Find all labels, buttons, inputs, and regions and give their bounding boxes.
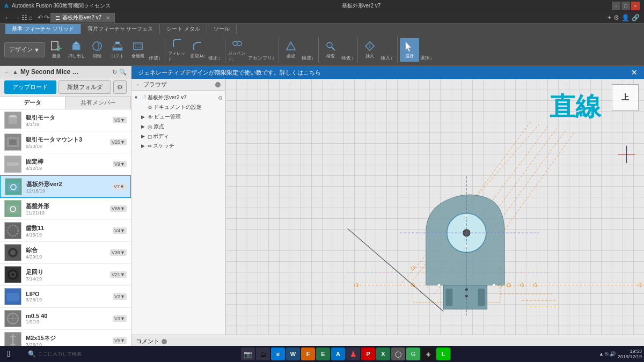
tree-settings-icon[interactable]: ⚙ xyxy=(218,95,223,101)
file-item[interactable]: 固定棒 4/12/19 V9▼ xyxy=(0,153,131,175)
toolbar-tab-surface[interactable]: 薄片フィーチャ サーフェス xyxy=(81,24,160,34)
taskbar-app-line[interactable]: L xyxy=(436,348,450,360)
taskbar-app-2[interactable]: e xyxy=(271,348,285,360)
design-dropdown[interactable]: デザイン ▼ xyxy=(4,42,45,57)
file-version[interactable]: V21▼ xyxy=(110,271,127,278)
taskbar-app-7[interactable]: ♟ xyxy=(346,348,360,360)
toolbar-btn-construct[interactable]: 桌成 xyxy=(281,38,301,62)
file-item[interactable]: LIPO 3/26/19 V2▼ xyxy=(0,286,131,308)
toolbar-btn-fillet[interactable]: フィレット xyxy=(167,38,187,62)
browser-tree: ▼ 📄 基板外形ver2 v7 ⚙ ▶ ⚙ ドキュメントの設定 xyxy=(131,91,225,335)
taskbar-app-0[interactable]: 📷 xyxy=(241,348,255,360)
file-item[interactable]: 歯数11 4/15/19 V4▼ xyxy=(0,220,131,242)
toolbar-tab-solid[interactable]: 基準 フィーチャ ソリッド xyxy=(5,24,81,34)
sidebar-search-icon[interactable]: 🔍 xyxy=(119,69,127,76)
taskbar-app-10[interactable]: ◯ xyxy=(391,348,405,360)
file-version[interactable]: V9▼ xyxy=(113,161,127,167)
taskbar-app-6[interactable]: A xyxy=(331,348,345,360)
taskbar-app-12[interactable]: ◈ xyxy=(421,348,435,360)
toolbar-btn-revolve[interactable]: 回転 xyxy=(87,38,107,62)
browser-toggle[interactable] xyxy=(215,82,221,87)
taskbar-app-4[interactable]: F xyxy=(301,348,315,360)
file-version[interactable]: V25▼ xyxy=(110,139,127,145)
search-button[interactable]: 🔍 ここに入力して検索 xyxy=(17,348,92,360)
tree-item-origin[interactable]: ▶ ◎ 原点 xyxy=(131,122,225,131)
file-version[interactable]: V3▼ xyxy=(113,315,127,322)
file-version[interactable]: V7▼ xyxy=(112,183,126,190)
maximize-button[interactable]: □ xyxy=(621,2,630,10)
doc-tab-close[interactable]: ✕ xyxy=(106,15,110,21)
toolbar-btn-new[interactable]: 新規 xyxy=(47,38,66,62)
tree-toggle[interactable]: ▶ xyxy=(141,124,147,129)
file-item[interactable]: m0.5 40 1/9/19 V3▼ xyxy=(0,308,131,330)
tree-item-root[interactable]: ▼ 📄 基板外形ver2 v7 ⚙ xyxy=(131,93,225,102)
settings-button[interactable]: ⚙ xyxy=(113,80,127,94)
file-version[interactable]: V5▼ xyxy=(113,117,127,123)
canvas-viewport[interactable]: 直線 上 xyxy=(225,79,644,335)
tree-item-doc-settings[interactable]: ▶ ⚙ ドキュメントの設定 xyxy=(131,102,225,112)
toolbar-btn-insert[interactable]: 挂入 xyxy=(360,38,379,62)
browser-panel: ← ブラウザ ▼ 📄 基板外形ver2 v7 ⚙ xyxy=(131,79,225,335)
taskbar-app-11[interactable]: G xyxy=(406,348,420,360)
toolbar-tab-tools[interactable]: ツール xyxy=(207,24,237,34)
file-item-active[interactable]: 基板外形ver2 12/18/19 V7▼ xyxy=(0,175,131,198)
minimize-button[interactable]: − xyxy=(612,2,620,10)
tab-settings-icon[interactable]: ⚙ xyxy=(613,14,619,21)
upload-button[interactable]: アップロード xyxy=(4,80,56,94)
taskbar-app-5[interactable]: E xyxy=(316,348,330,360)
orientation-cube[interactable]: 上 xyxy=(612,84,639,111)
file-version[interactable]: V4▼ xyxy=(113,227,127,234)
file-item[interactable]: 綜合 4/29/19 V39▼ xyxy=(0,242,131,264)
toolbar-btn-extrude[interactable]: 押し出し xyxy=(67,38,86,62)
toolbar-btn-chamfer[interactable]: 面取ĴA; xyxy=(188,38,207,62)
start-button[interactable]: 𷻞 xyxy=(2,348,15,360)
tab-data[interactable]: データ xyxy=(0,97,65,109)
view-grid-icon[interactable]: ☷ xyxy=(21,14,27,21)
tab-user-icon[interactable]: 👤 xyxy=(621,14,630,21)
close-button[interactable]: × xyxy=(631,2,640,10)
taskbar-app-8[interactable]: P xyxy=(361,348,375,360)
file-version[interactable]: V5▼ xyxy=(113,337,127,344)
new-folder-button[interactable]: 新規フォルダ xyxy=(58,80,112,94)
redo-icon[interactable]: ↷ xyxy=(44,14,49,21)
forward-icon[interactable]: → xyxy=(13,13,20,22)
notification-close-button[interactable]: ✕ xyxy=(631,68,638,77)
browser-back-icon[interactable]: ← xyxy=(136,82,141,87)
tree-item-sketch[interactable]: ▶ ✏ スケッチ xyxy=(131,141,225,151)
taskbar-app-3[interactable]: W xyxy=(286,348,300,360)
tab-share-icon[interactable]: 🔗 xyxy=(632,14,640,21)
tree-toggle[interactable]: ▶ xyxy=(141,114,147,120)
back-icon[interactable]: ← xyxy=(4,13,12,22)
file-item[interactable]: 足回り 7/14/19 V21▼ xyxy=(0,264,131,286)
toolbar-btn-select[interactable]: 選择 xyxy=(400,38,419,62)
toolbar-tab-sheet[interactable]: シート メタル xyxy=(160,24,207,34)
toolbar-btn-joint[interactable]: ジョイント; xyxy=(228,38,247,62)
file-version[interactable]: V39▼ xyxy=(110,249,127,256)
home-icon[interactable]: ⌂ xyxy=(28,14,32,21)
toolbar-btn-inspect[interactable]: 検査 xyxy=(321,38,340,62)
title-bar: A Autodesk Fusion 360教育機関ライセンス 基板外形ver2 … xyxy=(0,0,644,12)
taskbar-app-9[interactable]: X xyxy=(376,348,390,360)
tree-item-view[interactable]: ▶ 👁 ビュー管理 xyxy=(131,112,225,122)
sidebar-refresh-icon[interactable]: ↻ xyxy=(112,69,117,76)
document-tab-active[interactable]: ☰ 基板外形ver2 v7 ✕ xyxy=(50,13,115,23)
file-version[interactable]: V65▼ xyxy=(110,205,127,212)
tab-members[interactable]: 共有メンバー xyxy=(65,97,131,109)
toolbar-btn-loft[interactable]: ロフト xyxy=(108,38,127,62)
file-item[interactable]: 吸引モータマウント3 8/30/19 V25▼ xyxy=(0,131,131,153)
sidebar-up-icon[interactable]: ▲ xyxy=(12,69,18,75)
file-version[interactable]: V2▼ xyxy=(113,293,127,300)
tree-toggle[interactable]: ▶ xyxy=(141,134,147,139)
sidebar-back-icon[interactable]: ← xyxy=(4,69,10,75)
file-item[interactable]: 基盤外形 11/21/19 V65▼ xyxy=(0,198,131,220)
toolbar-btn-shell[interactable]: 全履照 xyxy=(128,38,148,62)
comment-toggle[interactable] xyxy=(162,339,167,344)
tree-toggle[interactable]: ▶ xyxy=(141,143,147,149)
taskbar-app-1[interactable]: 🗂 xyxy=(256,348,270,360)
tree-toggle[interactable]: ▼ xyxy=(134,95,139,100)
undo-icon[interactable]: ↶ xyxy=(38,14,43,21)
btn-joint-label: ジョイント; xyxy=(228,50,246,62)
tree-item-body[interactable]: ▶ ◻ ボディ xyxy=(131,131,225,141)
file-item[interactable]: 吸引モータ 4/1/19 V5▼ xyxy=(0,109,131,131)
new-tab-icon[interactable]: + xyxy=(608,14,611,21)
